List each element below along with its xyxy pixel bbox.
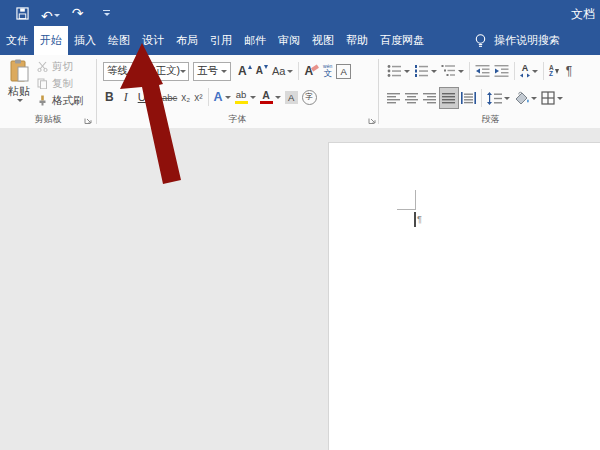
tab-design[interactable]: 设计 xyxy=(136,26,170,55)
bullets-dropdown-icon xyxy=(404,70,410,73)
strikethrough-button[interactable]: abc xyxy=(160,87,179,107)
font-group-label: 字体 xyxy=(97,113,378,126)
customize-qat-button[interactable] xyxy=(97,2,116,24)
undo-icon: ↶ xyxy=(41,8,53,24)
align-center-button[interactable] xyxy=(403,88,421,108)
tab-layout[interactable]: 布局 xyxy=(170,26,204,55)
character-border-button[interactable]: A xyxy=(334,61,353,81)
multilevel-list-button[interactable] xyxy=(439,61,466,81)
margin-corner-mark xyxy=(397,209,415,210)
format-painter-button[interactable]: 格式刷 xyxy=(37,93,84,108)
copy-button[interactable]: 复制 xyxy=(37,76,84,91)
underline-dropdown-icon xyxy=(148,96,154,99)
save-button[interactable] xyxy=(10,2,35,24)
underline-button[interactable]: U xyxy=(136,87,156,107)
undo-button[interactable]: ↶ xyxy=(35,2,66,24)
distribute-icon xyxy=(461,92,476,104)
font-name-dropdown-icon xyxy=(180,70,186,73)
redo-icon: ↷ xyxy=(72,5,84,21)
font-dialog-launcher[interactable] xyxy=(368,116,377,125)
shading-button[interactable] xyxy=(512,88,539,108)
eraser-icon xyxy=(311,64,319,72)
change-case-button[interactable]: Aa xyxy=(270,61,295,81)
paste-button[interactable]: 粘贴 xyxy=(3,59,35,112)
align-left-button[interactable] xyxy=(385,88,403,108)
font-color-button[interactable]: A xyxy=(258,87,283,107)
superscript-button[interactable]: x² xyxy=(192,87,204,107)
pilcrow-icon: ¶ xyxy=(566,64,572,78)
strikethrough-glyph: abc xyxy=(162,92,177,103)
paragraph-group-label: 段落 xyxy=(379,113,600,126)
tab-insert[interactable]: 插入 xyxy=(68,26,102,55)
text-effects-glyph: A xyxy=(214,90,223,104)
text-highlight-dropdown-icon xyxy=(250,96,256,99)
clear-formatting-button[interactable]: A xyxy=(302,61,321,81)
tab-view[interactable]: 视图 xyxy=(306,26,340,55)
line-spacing-dropdown-icon xyxy=(504,97,510,100)
tell-me-search[interactable]: 操作说明搜索 xyxy=(474,26,560,55)
align-center-icon xyxy=(405,92,419,104)
clipboard-dialog-launcher[interactable] xyxy=(84,116,93,125)
change-case-glyph: Aa xyxy=(272,65,285,77)
customize-qat-caret-icon xyxy=(104,13,110,16)
tab-draw[interactable]: 绘图 xyxy=(102,26,136,55)
borders-button[interactable] xyxy=(539,88,565,108)
lightbulb-icon xyxy=(474,33,487,49)
tab-baidu-netdisk[interactable]: 百度网盘 xyxy=(374,26,430,55)
numbering-button[interactable] xyxy=(412,61,439,81)
redo-button[interactable]: ↷ xyxy=(66,2,90,24)
text-highlight-button[interactable]: ab xyxy=(233,87,258,107)
document-area: ¶ xyxy=(0,128,600,450)
tab-mailings[interactable]: 邮件 xyxy=(238,26,272,55)
font-name-combo[interactable]: 等线 (中文正文) xyxy=(103,62,189,81)
separator xyxy=(208,88,209,106)
increase-indent-button[interactable] xyxy=(492,61,511,81)
distribute-button[interactable] xyxy=(459,88,478,108)
text-effects-button[interactable]: A xyxy=(212,87,233,107)
customize-qat-icon xyxy=(103,10,110,11)
character-shading-button[interactable]: A xyxy=(283,87,300,107)
grow-font-button[interactable]: A xyxy=(236,61,254,81)
show-hide-marks-button[interactable]: ¶ xyxy=(564,61,574,81)
cut-button[interactable]: 剪切 xyxy=(37,59,84,74)
scissors-icon xyxy=(37,61,48,72)
bold-button[interactable]: B xyxy=(103,87,116,107)
enclose-characters-button[interactable]: 字 xyxy=(300,87,319,107)
paragraph-group: A AZ ¶ xyxy=(379,55,600,128)
character-shading-glyph: A xyxy=(285,91,298,104)
bullets-button[interactable] xyxy=(385,61,412,81)
paste-dropdown-icon xyxy=(17,99,23,102)
bullets-icon xyxy=(387,64,402,78)
italic-button[interactable]: I xyxy=(122,87,130,107)
word-window: ↶ ↷ 文档 文件 开始 插入 绘图 设计 布局 引用 邮件 审阅 视图 帮助 … xyxy=(0,0,600,450)
phonetic-guide-button[interactable]: wén 文 xyxy=(321,61,334,81)
sort-button[interactable]: AZ xyxy=(547,61,561,81)
shrink-font-button[interactable]: A xyxy=(254,61,270,81)
paragraph-mark: ¶ xyxy=(417,214,422,224)
align-right-button[interactable] xyxy=(421,88,439,108)
asian-layout-button[interactable]: A xyxy=(518,61,540,81)
tab-review[interactable]: 审阅 xyxy=(272,26,306,55)
tab-file[interactable]: 文件 xyxy=(0,26,34,55)
paste-label: 粘贴 xyxy=(8,84,30,99)
undo-dropdown-icon xyxy=(54,14,60,17)
sort-icon: AZ xyxy=(549,65,559,78)
paint-bucket-icon xyxy=(514,91,529,105)
font-size-combo[interactable]: 五号 xyxy=(193,62,231,81)
text-highlight-icon: ab xyxy=(235,90,248,104)
title-bar: ↶ ↷ 文档 xyxy=(0,0,600,26)
margin-corner-mark xyxy=(415,190,416,210)
justify-button[interactable] xyxy=(439,87,459,109)
separator xyxy=(543,62,544,80)
shrink-font-glyph: A xyxy=(256,66,263,76)
tab-home[interactable]: 开始 xyxy=(34,26,68,55)
tab-help[interactable]: 帮助 xyxy=(340,26,374,55)
increase-indent-icon xyxy=(494,64,509,78)
subscript-button[interactable]: x₂ xyxy=(179,87,192,107)
document-page[interactable] xyxy=(328,142,600,450)
font-size-value: 五号 xyxy=(197,64,218,78)
line-spacing-button[interactable] xyxy=(485,88,512,108)
clipboard-group-label: 剪贴板 xyxy=(0,113,96,126)
tab-references[interactable]: 引用 xyxy=(204,26,238,55)
decrease-indent-button[interactable] xyxy=(473,61,492,81)
